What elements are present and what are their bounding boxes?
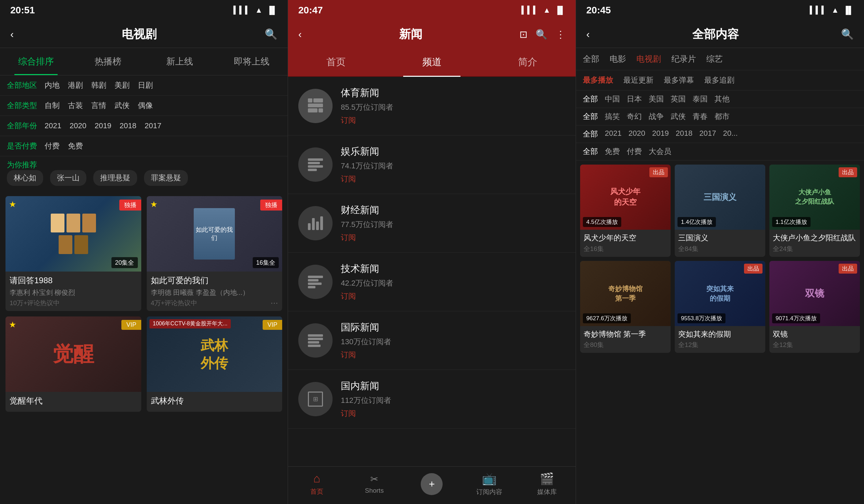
- filter-opt-us[interactable]: 美剧: [115, 80, 130, 91]
- filter-type-4[interactable]: 偶像: [138, 100, 153, 111]
- tag-genre-youth[interactable]: 青春: [693, 111, 708, 122]
- tag-region-cn[interactable]: 中国: [605, 94, 620, 104]
- search-icon-2[interactable]: 🔍: [536, 29, 548, 40]
- filter-fee-1[interactable]: 免费: [68, 141, 83, 151]
- tag-genre-wuxia[interactable]: 武侠: [671, 111, 686, 122]
- content-card-2[interactable]: 大侠卢小鱼之夕阳红战队 出品 1.1亿次播放 大侠卢小鱼之夕阳红战队 全24集: [769, 165, 860, 257]
- tag-year-2018[interactable]: 2018: [676, 129, 693, 139]
- news-tab-2[interactable]: 简介: [480, 48, 576, 76]
- channel-item-domestic[interactable]: ⊞ 国内新闻 112万位订阅者 订阅: [288, 370, 576, 429]
- nav-create[interactable]: +: [403, 473, 461, 498]
- filter-doc[interactable]: 纪录片: [671, 53, 696, 64]
- search-icon-3[interactable]: 🔍: [841, 28, 854, 40]
- sort-most-danmaku[interactable]: 最多弹幕: [664, 75, 694, 85]
- filter-type-0[interactable]: 自制: [45, 100, 60, 111]
- filter-type-2[interactable]: 言情: [91, 100, 106, 111]
- filter-year-4[interactable]: 2017: [145, 121, 161, 130]
- channel-item-ent[interactable]: 娱乐新闻 74.1万位订阅者 订阅: [288, 135, 576, 194]
- tag-year-2019[interactable]: 2019: [652, 129, 669, 139]
- filter-year-3[interactable]: 2018: [120, 121, 136, 130]
- drama-card-2[interactable]: 觉醒 ★ VIP 觉醒年代: [5, 316, 141, 412]
- filter-opt-inland[interactable]: 内地: [45, 80, 60, 91]
- tv-tab-1[interactable]: 热播榜: [72, 48, 144, 75]
- tag-region-us[interactable]: 美国: [649, 94, 664, 104]
- filter-type-3[interactable]: 武侠: [115, 100, 130, 111]
- content-card-3[interactable]: 奇妙博物馆第一季 9627.6万次播放 奇妙博物馆 第一季 全80集: [580, 261, 671, 353]
- tv-tab-3[interactable]: 即将上线: [216, 48, 288, 75]
- channel-subscribe-finance[interactable]: 订阅: [341, 232, 565, 243]
- nav-home[interactable]: ⌂ 首页: [288, 472, 346, 499]
- filter-opt-jp[interactable]: 日剧: [138, 80, 153, 91]
- sort-most-played[interactable]: 最多播放: [583, 75, 613, 85]
- drama-title-2: 觉醒年代: [10, 395, 137, 406]
- content-card-4[interactable]: 突如其来的假期 出品 9553.8万次播放 突如其来的假期 全12集: [675, 261, 765, 353]
- back-icon-3[interactable]: ‹: [586, 28, 590, 40]
- channel-subscribe-intl[interactable]: 订阅: [341, 350, 565, 360]
- filter-opt-hk[interactable]: 港剧: [68, 80, 83, 91]
- tag-region-th[interactable]: 泰国: [693, 94, 708, 104]
- tag-genre-all[interactable]: 全部: [583, 111, 598, 122]
- tag-region-all[interactable]: 全部: [583, 94, 598, 104]
- tag-year-all[interactable]: 全部: [583, 129, 598, 139]
- filter-variety[interactable]: 综艺: [706, 53, 723, 64]
- filter-movie[interactable]: 电影: [610, 53, 626, 64]
- channel-subscribe-tech[interactable]: 订阅: [341, 291, 565, 301]
- channel-item-intl[interactable]: 国际新闻 130万位订阅者 订阅: [288, 311, 576, 370]
- tag-fee-free[interactable]: 免费: [605, 146, 620, 157]
- filter-fee-0[interactable]: 付费: [45, 141, 60, 151]
- filter-all[interactable]: 全部: [583, 53, 599, 64]
- tag-fee-vip[interactable]: 大会员: [649, 146, 671, 157]
- nav-shorts[interactable]: ✂ Shorts: [346, 473, 403, 497]
- filter-opt-kr[interactable]: 韩剧: [91, 80, 106, 91]
- channel-item-tech[interactable]: 技术新闻 42.2万位订阅者 订阅: [288, 253, 576, 311]
- tag-genre-war[interactable]: 战争: [649, 111, 664, 122]
- drama-card-1[interactable]: 如此可爱的我们 ★ 独播 16集全 如此可爱的我们 李明德 田曦薇 李盈盈（内地…: [147, 196, 283, 311]
- content-card-1[interactable]: 三国演义 1.4亿次播放 三国演义 全84集: [675, 165, 765, 257]
- cast-icon[interactable]: ⊡: [519, 29, 527, 40]
- channel-subscribe-domestic[interactable]: 订阅: [341, 408, 565, 419]
- back-icon-1[interactable]: ‹: [10, 28, 14, 40]
- tag-year-2020[interactable]: 2020: [628, 129, 645, 139]
- tag-genre-urban[interactable]: 都市: [715, 111, 730, 122]
- recommend-tag-1[interactable]: 张一山: [50, 170, 86, 186]
- recommend-tag-3[interactable]: 罪案悬疑: [144, 170, 188, 186]
- tv-tab-0[interactable]: 综合排序: [0, 48, 72, 75]
- filter-year-2[interactable]: 2019: [95, 121, 111, 130]
- tag-genre-fantasy[interactable]: 奇幻: [627, 111, 642, 122]
- channel-icon-sports: [298, 89, 333, 123]
- filter-type-1[interactable]: 古装: [68, 100, 83, 111]
- content-card-0[interactable]: 风犬少年的天空 出品 4.5亿次播放 风犬少年的天空 全16集: [580, 165, 671, 257]
- drama-card-0[interactable]: ★ 独播 20集全 请回答1988 李惠利 朴宝剑 柳俊烈 10万+评论热议中: [5, 196, 141, 311]
- more-icon[interactable]: ⋮: [556, 29, 565, 40]
- channel-item-sports[interactable]: 体育新闻 85.5万位订阅者 订阅: [288, 77, 576, 135]
- nav-subscriptions[interactable]: 📺 订阅内容: [460, 472, 518, 499]
- channel-subscribe-ent[interactable]: 订阅: [341, 174, 565, 184]
- channel-item-finance[interactable]: 财经新闻 77.5万位订阅者 订阅: [288, 194, 576, 253]
- filter-year-1[interactable]: 2020: [70, 121, 86, 130]
- filter-year-0[interactable]: 2021: [45, 121, 61, 130]
- tag-region-other[interactable]: 其他: [715, 94, 730, 104]
- nav-library[interactable]: 🎬 媒体库: [518, 472, 576, 499]
- tag-year-2021[interactable]: 2021: [605, 129, 622, 139]
- tag-fee-paid[interactable]: 付费: [627, 146, 642, 157]
- tag-region-uk[interactable]: 英国: [671, 94, 686, 104]
- sort-most-followed[interactable]: 最多追剧: [704, 75, 734, 85]
- tag-year-more[interactable]: 20...: [723, 129, 738, 139]
- drama-card-3[interactable]: 武林外传 ★ VIP 1006年CCTV-8黄金股开年大... 武林外传: [147, 316, 283, 412]
- channel-subscribe-sports[interactable]: 订阅: [341, 115, 565, 125]
- recommend-tag-2[interactable]: 推理悬疑: [93, 170, 137, 186]
- news-tab-1[interactable]: 频道: [384, 48, 480, 76]
- back-icon-2[interactable]: ‹: [298, 28, 302, 40]
- search-icon-1[interactable]: 🔍: [265, 28, 277, 40]
- drama-more-1[interactable]: ⋯: [271, 299, 278, 308]
- recommend-tag-0[interactable]: 林心如: [7, 170, 43, 186]
- sort-recently-updated[interactable]: 最近更新: [623, 75, 653, 85]
- tag-region-jp[interactable]: 日本: [627, 94, 642, 104]
- content-card-5[interactable]: 双镜 出品 9071.4万次播放 双镜 全12集: [769, 261, 860, 353]
- news-tab-0[interactable]: 首页: [288, 48, 384, 76]
- filter-tv[interactable]: 电视剧: [636, 53, 661, 64]
- tv-tab-2[interactable]: 新上线: [144, 48, 216, 75]
- tag-fee-all[interactable]: 全部: [583, 146, 598, 157]
- tag-genre-comedy[interactable]: 搞笑: [605, 111, 620, 122]
- tag-year-2017[interactable]: 2017: [699, 129, 716, 139]
